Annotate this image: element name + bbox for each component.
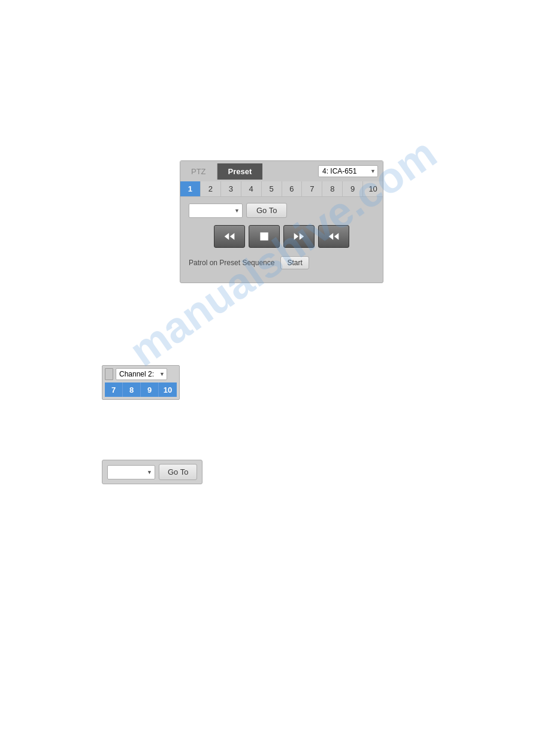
snippet-indicator [105,368,113,380]
ptz-panel: PTZ Preset 4: ICA-651 1: ICA-100 2: ICA-… [180,160,383,283]
number-tab-5[interactable]: 5 [262,181,282,196]
channel-snippet-header: Channel 2: Channel 1: Channel 3: Channel… [105,368,177,380]
goto-row: Go To [189,203,374,218]
number-tab-9[interactable]: 9 [343,181,363,196]
control-buttons [189,225,374,248]
patrol-label: Patrol on Preset Sequence [189,259,274,267]
snippet-channel-select[interactable]: Channel 2: Channel 1: Channel 3: Channel… [116,368,167,380]
svg-marker-3 [294,233,299,240]
svg-marker-1 [230,233,235,240]
channel-select-area: 4: ICA-651 1: ICA-100 2: ICA-200 3: ICA-… [318,165,378,177]
snippet-tab-10[interactable]: 10 [159,382,177,397]
svg-marker-5 [329,233,334,240]
goto-snippet-select[interactable] [107,465,155,479]
svg-marker-0 [225,233,229,240]
number-tabs-row: 1 2 3 4 5 6 7 8 9 10 [180,181,383,197]
channel-select-wrapper: 4: ICA-651 1: ICA-100 2: ICA-200 3: ICA-… [318,165,378,177]
snippet-tab-7[interactable]: 7 [105,382,123,397]
number-tab-6[interactable]: 6 [282,181,303,196]
number-tab-8[interactable]: 8 [322,181,343,196]
ctrl-btn-next-next[interactable] [283,225,315,248]
snippet-channel-wrapper: Channel 2: Channel 1: Channel 3: Channel… [116,368,167,380]
start-button[interactable]: Start [280,256,309,269]
number-tab-7[interactable]: 7 [302,181,322,196]
svg-marker-4 [300,233,304,240]
patrol-row: Patrol on Preset Sequence Start [189,256,374,269]
goto-button[interactable]: Go To [246,203,287,218]
goto-snippet-select-wrapper [107,465,155,479]
snippet-number-tabs: 7 8 9 10 [105,382,177,397]
goto-snippet-button[interactable]: Go To [159,464,197,480]
ctrl-btn-toggle[interactable] [318,225,349,248]
svg-rect-2 [260,232,268,240]
goto-select-wrapper [189,204,243,218]
number-tab-2[interactable]: 2 [201,181,221,196]
tab-ptz[interactable]: PTZ [180,163,217,180]
ptz-header: PTZ Preset 4: ICA-651 1: ICA-100 2: ICA-… [180,161,383,181]
snippet-tab-9[interactable]: 9 [141,382,159,397]
ctrl-btn-stop[interactable] [249,225,280,248]
tab-preset[interactable]: Preset [217,163,263,180]
number-tab-10[interactable]: 10 [363,181,383,196]
number-tab-3[interactable]: 3 [221,181,241,196]
channel-snippet: Channel 2: Channel 1: Channel 3: Channel… [102,365,180,400]
ctrl-btn-prev-prev[interactable] [214,225,245,248]
number-tab-4[interactable]: 4 [241,181,262,196]
ptz-content: Go To [180,197,383,275]
number-tab-1[interactable]: 1 [180,181,201,196]
svg-marker-6 [334,233,339,240]
snippet-tab-8[interactable]: 8 [123,382,141,397]
channel-dropdown[interactable]: 4: ICA-651 1: ICA-100 2: ICA-200 3: ICA-… [318,165,378,177]
goto-select[interactable] [189,204,243,218]
goto-snippet: Go To [102,460,202,484]
